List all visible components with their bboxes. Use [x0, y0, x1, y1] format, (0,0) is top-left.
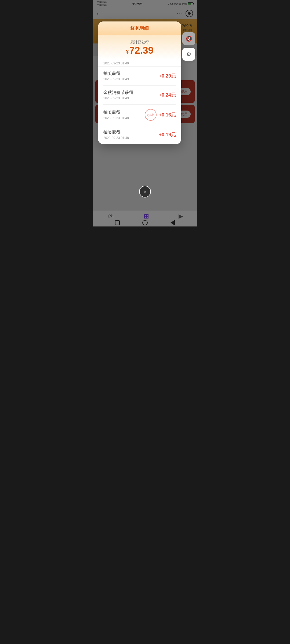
- item-left-3: 抽奖获得 2023-09-23 01:48: [103, 130, 159, 140]
- item-right-2: 已兑换 +0.16元: [145, 109, 176, 121]
- total-amount-value: 72.39: [129, 45, 154, 56]
- modal-total-section: 累计已获得 ¥ 72.39: [98, 35, 181, 59]
- item-left-1: 金秋消费节获得 2023-09-23 01:49: [103, 90, 159, 100]
- redpacket-detail-modal: 红包明细 累计已获得 ¥ 72.39 2023-09-23 01:49 抽奖获得…: [98, 21, 181, 144]
- modal-header: 红包明细: [98, 21, 181, 35]
- mute-button[interactable]: 🔇: [182, 32, 195, 45]
- redeemed-stamp: 已兑换: [144, 108, 158, 122]
- item-amount-2: +0.16元: [159, 112, 176, 118]
- table-row: 抽奖获得 2023-09-23 01:48 +0.19元: [103, 125, 176, 144]
- item-amount-1: +0.24元: [159, 92, 176, 98]
- item-right-1: +0.24元: [159, 92, 176, 98]
- item-right-0: +0.29元: [159, 73, 176, 79]
- item-date-3: 2023-09-23 01:48: [103, 136, 159, 140]
- item-amount-3: +0.19元: [159, 131, 176, 138]
- item-right-3: +0.19元: [159, 131, 176, 138]
- close-x-icon: ×: [143, 189, 147, 194]
- item-amount-0: +0.29元: [159, 73, 176, 79]
- modal-total-label: 累计已获得: [103, 40, 176, 45]
- partial-item: 2023-09-23 01:49: [98, 59, 181, 67]
- item-date-0: 2023-09-23 01:49: [103, 77, 159, 81]
- item-name-1: 金秋消费节获得: [103, 90, 159, 96]
- table-row: 金秋消费节获得 2023-09-23 01:49 +0.24元: [103, 86, 176, 105]
- item-name-0: 抽奖获得: [103, 71, 159, 76]
- item-left-2: 抽奖获得 2023-09-23 01:48: [103, 110, 145, 120]
- item-name-2: 抽奖获得: [103, 110, 145, 115]
- settings-button[interactable]: ⚙: [182, 48, 195, 61]
- modal-items-list: 抽奖获得 2023-09-23 01:49 +0.29元 金秋消费节获得 202…: [98, 67, 181, 144]
- modal-total-amount: ¥ 72.39: [126, 45, 153, 56]
- total-yen-symbol: ¥: [126, 49, 129, 55]
- item-date-2: 2023-09-23 01:48: [103, 116, 145, 120]
- settings-icon: ⚙: [186, 51, 191, 57]
- mute-icon: 🔇: [186, 35, 192, 42]
- item-date-1: 2023-09-23 01:49: [103, 96, 159, 100]
- table-row: 抽奖获得 2023-09-23 01:48 已兑换 +0.16元: [103, 105, 176, 125]
- item-left-0: 抽奖获得 2023-09-23 01:49: [103, 71, 159, 81]
- modal-title: 红包明细: [130, 26, 149, 31]
- close-modal-button[interactable]: ×: [139, 186, 151, 197]
- item-name-3: 抽奖获得: [103, 130, 159, 135]
- partial-date: 2023-09-23 01:49: [103, 61, 129, 65]
- table-row: 抽奖获得 2023-09-23 01:49 +0.29元: [103, 67, 176, 86]
- side-buttons: 🔇 ⚙: [182, 32, 195, 61]
